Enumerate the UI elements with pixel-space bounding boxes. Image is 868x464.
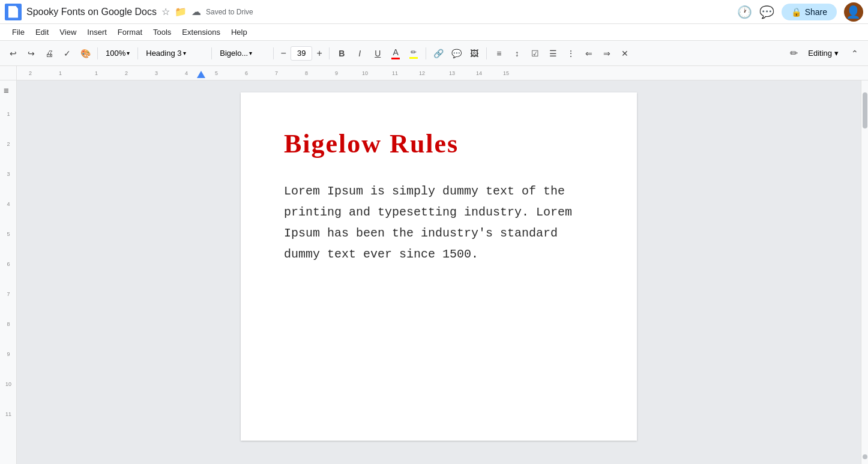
clear-format-button[interactable]: ✕ [616, 45, 633, 62]
svg-text:9: 9 [335, 70, 338, 76]
zoom-arrow-icon: ▾ [127, 50, 130, 56]
svg-text:11: 11 [392, 70, 398, 76]
text-color-button[interactable]: A [387, 45, 404, 62]
comment-icon[interactable]: 💬 [759, 5, 774, 19]
scroll-down-button[interactable] [863, 454, 867, 459]
spellcheck-button[interactable]: ✓ [59, 45, 76, 62]
document-title[interactable]: Spooky Fonts on Google Docs [26, 7, 157, 17]
list-button[interactable]: ☰ [544, 45, 561, 62]
lock-icon: 🔒 [791, 7, 801, 17]
svg-text:11: 11 [5, 411, 11, 417]
text-color-indicator [391, 58, 400, 59]
italic-button[interactable]: I [351, 45, 368, 62]
folder-icon[interactable]: 📁 [175, 6, 187, 17]
bold-button[interactable]: B [333, 45, 350, 62]
menu-insert[interactable]: Insert [82, 26, 112, 38]
svg-text:2: 2 [7, 141, 10, 147]
svg-text:2: 2 [29, 70, 32, 76]
paint-format-button[interactable]: 🎨 [77, 45, 94, 62]
share-button[interactable]: 🔒 Share [782, 4, 837, 20]
indent-increase-button[interactable]: ⇒ [598, 45, 615, 62]
user-avatar[interactable]: 👤 [844, 2, 863, 22]
svg-text:5: 5 [215, 70, 218, 76]
main-area: 1 2 3 4 5 6 7 8 9 10 11 ≡ Bigelow Rules … [0, 80, 868, 464]
share-label: Share [805, 7, 827, 17]
editing-mode-label: Editing [808, 49, 832, 58]
zoom-dropdown[interactable]: 100% ▾ [101, 45, 134, 62]
svg-text:6: 6 [245, 70, 248, 76]
svg-text:8: 8 [305, 70, 308, 76]
scrollbar-thumb[interactable] [863, 92, 867, 128]
numbered-list-button[interactable]: ⋮ [562, 45, 579, 62]
svg-text:4: 4 [185, 70, 188, 76]
svg-rect-19 [0, 83, 17, 464]
svg-text:14: 14 [476, 70, 482, 76]
divider-4 [273, 47, 274, 59]
indent-decrease-button[interactable]: ⇐ [580, 45, 597, 62]
editing-mode-dropdown[interactable]: Editing ▾ [801, 45, 845, 62]
document-area[interactable]: Bigelow Rules Lorem Ipsum is simply dumm… [17, 80, 861, 464]
menu-extensions[interactable]: Extensions [177, 26, 225, 38]
svg-text:10: 10 [362, 70, 368, 76]
highlight-indicator [409, 57, 418, 59]
print-button[interactable]: 🖨 [41, 45, 58, 62]
divider-2 [137, 47, 138, 59]
image-button[interactable]: 🖼 [466, 45, 483, 62]
font-size-input[interactable] [291, 46, 312, 61]
paragraph-style-dropdown[interactable]: Heading 3 ▾ [142, 45, 208, 62]
svg-text:3: 3 [155, 70, 158, 76]
divider-3 [211, 47, 212, 59]
text-color-label: A [393, 47, 399, 57]
ruler-corner [0, 66, 17, 80]
svg-text:7: 7 [7, 291, 10, 297]
menu-file[interactable]: File [7, 26, 29, 38]
checklist-button[interactable]: ☑ [526, 45, 543, 62]
scrollbar-right[interactable] [861, 80, 868, 464]
svg-text:2: 2 [125, 70, 128, 76]
svg-text:8: 8 [7, 321, 10, 327]
comment-add-button[interactable]: 💬 [448, 45, 465, 62]
menu-bar: File Edit View Insert Format Tools Exten… [0, 24, 868, 41]
outline-toggle-button[interactable]: ≡ [4, 85, 9, 95]
menu-tools[interactable]: Tools [148, 26, 176, 38]
font-size-increase-button[interactable]: + [313, 46, 325, 61]
align-button[interactable]: ≡ [490, 45, 507, 62]
svg-text:15: 15 [503, 70, 509, 76]
redo-button[interactable]: ↪ [23, 45, 40, 62]
svg-text:10: 10 [5, 381, 11, 387]
font-dropdown[interactable]: Bigelo... ▾ [215, 45, 270, 62]
cloud-icon[interactable]: ☁ [191, 6, 201, 17]
history-icon[interactable]: 🕐 [737, 5, 752, 19]
save-status: Saved to Drive [206, 8, 253, 16]
divider-7 [486, 47, 487, 59]
collapse-toolbar-button[interactable]: ⌃ [846, 45, 863, 62]
ruler-container: 2 1 1 2 3 4 5 6 7 8 9 10 11 12 13 14 15 [0, 66, 868, 80]
svg-text:7: 7 [275, 70, 278, 76]
menu-format[interactable]: Format [113, 26, 147, 38]
svg-text:6: 6 [7, 261, 10, 267]
link-button[interactable]: 🔗 [430, 45, 447, 62]
title-action-icons: ☆ 📁 ☁ [161, 6, 201, 17]
menu-help[interactable]: Help [226, 26, 252, 38]
star-icon[interactable]: ☆ [161, 6, 170, 17]
svg-text:5: 5 [7, 231, 10, 237]
style-arrow-icon: ▾ [183, 50, 186, 56]
svg-text:1: 1 [59, 70, 62, 76]
highlight-button[interactable]: ✏ [405, 45, 422, 62]
undo-button[interactable]: ↩ [5, 45, 22, 62]
underline-button[interactable]: U [369, 45, 386, 62]
document-heading[interactable]: Bigelow Rules [284, 128, 594, 159]
highlight-label: ✏ [411, 48, 417, 56]
menu-edit[interactable]: Edit [31, 26, 53, 38]
svg-text:3: 3 [7, 171, 10, 177]
vertical-ruler: 1 2 3 4 5 6 7 8 9 10 11 ≡ [0, 80, 17, 464]
font-size-decrease-button[interactable]: − [277, 46, 289, 61]
zoom-value: 100% [106, 49, 125, 58]
divider-6 [426, 47, 426, 59]
header-right-actions: 🕐 💬 🔒 Share 👤 [737, 2, 863, 22]
toolbar: ↩ ↪ 🖨 ✓ 🎨 100% ▾ Heading 3 ▾ Bigelo... ▾… [0, 41, 868, 66]
menu-view[interactable]: View [55, 26, 81, 38]
ruler-horizontal: 2 1 1 2 3 4 5 6 7 8 9 10 11 12 13 14 15 [17, 66, 868, 80]
line-spacing-button[interactable]: ↕ [508, 45, 525, 62]
document-body[interactable]: Lorem Ipsum is simply dummy text of the … [284, 181, 594, 265]
